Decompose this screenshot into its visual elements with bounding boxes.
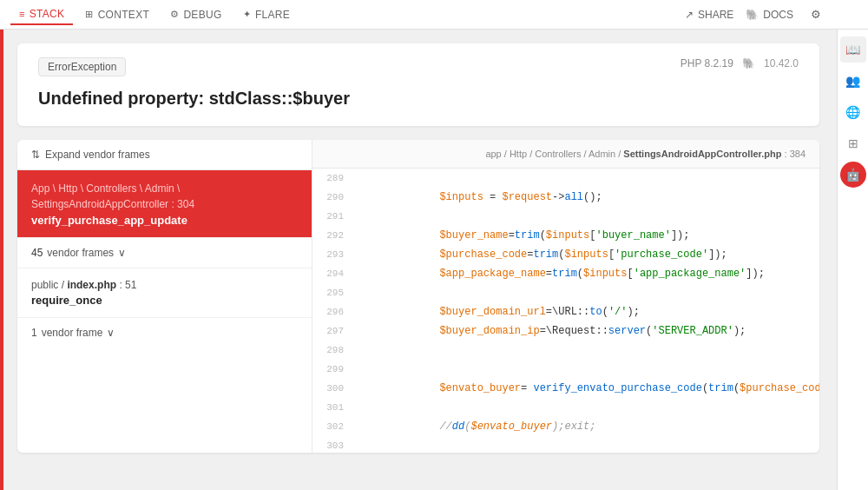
left-panel: ⇅ Expand vendor frames App \ Http \ Cont…	[17, 140, 312, 453]
nav-right: ↗ SHARE 🐘 DOCS ⚙	[685, 4, 826, 25]
vendor-count-1: 45	[31, 247, 43, 259]
simple-frame-item[interactable]: public / index.php : 51 require_once	[17, 268, 312, 318]
vendor-count-2: 1	[31, 327, 37, 339]
docs-button[interactable]: 🐘 DOCS	[746, 9, 793, 21]
line-code	[351, 169, 819, 188]
tab-debug[interactable]: ⚙ DEBUG	[161, 5, 231, 24]
code-line: 299	[312, 360, 819, 379]
grid-icon: ⊞	[848, 136, 858, 150]
line-number: 295	[312, 283, 351, 302]
code-line: 291	[312, 207, 819, 226]
code-view[interactable]: 289290 $inputs = $request->all();291292 …	[312, 169, 819, 453]
line-number: 300	[312, 379, 351, 398]
line-number: 302	[312, 417, 351, 436]
line-number: 294	[312, 264, 351, 283]
file-name: index.php	[67, 279, 116, 291]
line-code	[351, 360, 819, 379]
code-line: 293 $purchase_code=trim($inputs['purchas…	[312, 245, 819, 264]
error-card: ErrorException Undefined property: stdCl…	[17, 43, 819, 126]
share-icon: ↗	[685, 9, 694, 21]
line-number: 296	[312, 302, 351, 321]
frame-method: verify_purchase_app_update	[31, 214, 298, 227]
frame-class: App \ Http \ Controllers \ Admin \ Setti…	[31, 181, 298, 212]
frame-line-badge: SettingsAndroidAppController : 304	[31, 198, 194, 210]
line-number: 291	[312, 207, 351, 226]
code-line: 302 //dd($envato_buyer);exit;	[312, 417, 819, 436]
settings-button[interactable]: ⚙	[806, 4, 826, 25]
docs-label: DOCS	[763, 9, 793, 21]
sidebar-people-button[interactable]: 👥	[840, 68, 866, 94]
expand-vendor-frames-button[interactable]: ⇅ Expand vendor frames	[17, 140, 312, 170]
error-badge: ErrorException	[38, 57, 126, 76]
right-panel: app / Http / Controllers / Admin / Setti…	[312, 140, 819, 453]
context-icon: ⊞	[85, 9, 93, 20]
vendor-frames-toggle-2[interactable]: 1 vendor frame ∨	[17, 318, 312, 348]
line-code: $buyer_domain_url=\URL::to('/');	[351, 302, 819, 321]
book-icon: 📖	[845, 43, 860, 56]
line-code: $purchase_code=trim($inputs['purchase_co…	[351, 245, 819, 264]
line-code: $envato_buyer= verify_envato_purchase_co…	[351, 379, 819, 398]
debug-icon: ⚙	[170, 9, 179, 20]
breadcrumb-file: SettingsAndroidAppController.php	[623, 149, 781, 159]
top-nav: ≡ STACK ⊞ CONTEXT ⚙ DEBUG ✦ FLARE ↗ SHAR…	[0, 0, 868, 30]
vendor-frames-toggle-1[interactable]: 45 vendor frames ∨	[17, 238, 312, 268]
tab-context[interactable]: ⊞ CONTEXT	[76, 5, 158, 24]
line-number: 293	[312, 245, 351, 264]
vendor-label-1: vendor frames	[47, 247, 114, 259]
frame-file: SettingsAndroidAppController	[31, 198, 168, 210]
tab-flare[interactable]: ✦ FLARE	[234, 5, 299, 24]
code-line: 295	[312, 283, 819, 302]
stack-icon: ≡	[19, 9, 25, 19]
chevron-down-icon-1: ∨	[118, 247, 126, 259]
code-line: 303	[312, 436, 819, 453]
file-prefix: public /	[31, 279, 64, 291]
tab-debug-label: DEBUG	[183, 9, 221, 21]
active-frame-item[interactable]: App \ Http \ Controllers \ Admin \ Setti…	[17, 170, 312, 238]
line-number: 303	[312, 436, 351, 453]
line-code: //dd($envato_buyer);exit;	[351, 417, 819, 436]
main-content: ErrorException Undefined property: stdCl…	[0, 30, 837, 490]
framework-version: 10.42.0	[764, 57, 799, 70]
line-number: 301	[312, 398, 351, 417]
code-line: 290 $inputs = $request->all();	[312, 188, 819, 207]
sidebar-book-button[interactable]: 📖	[840, 36, 866, 63]
line-code	[351, 283, 819, 302]
expand-icon: ⇅	[31, 149, 40, 161]
line-code: $buyer_domain_ip=\Request::server('SERVE…	[351, 321, 819, 341]
line-number: 290	[312, 188, 351, 207]
breadcrumb: app / Http / Controllers / Admin /	[485, 149, 621, 159]
tab-stack[interactable]: ≡ STACK	[10, 4, 73, 25]
line-number: 289	[312, 169, 351, 188]
tab-stack-label: STACK	[30, 8, 65, 20]
people-icon: 👥	[845, 74, 860, 88]
globe-icon: 🌐	[845, 105, 860, 119]
code-header: app / Http / Controllers / Admin / Setti…	[312, 140, 819, 169]
sidebar-grid-button[interactable]: ⊞	[840, 130, 866, 156]
code-line: 289	[312, 169, 819, 188]
share-button[interactable]: ↗ SHARE	[685, 9, 733, 21]
share-label: SHARE	[698, 9, 733, 21]
sidebar-robot-button[interactable]: 🤖	[840, 162, 866, 188]
robot-icon: 🤖	[845, 168, 860, 182]
breadcrumb-line: 384	[790, 149, 806, 159]
line-code: $inputs = $request->all();	[351, 188, 819, 207]
line-number: 299	[312, 360, 351, 379]
line-code	[351, 341, 819, 360]
right-sidebar: 📖 👥 🌐 ⊞ 🤖	[837, 30, 868, 490]
vendor-label-2: vendor frame	[42, 327, 103, 339]
line-number: 292	[312, 226, 351, 245]
file-line: 51	[125, 279, 136, 291]
left-accent	[0, 0, 3, 490]
line-code	[351, 398, 819, 417]
line-code	[351, 436, 819, 453]
gear-icon: ⚙	[811, 8, 821, 21]
chevron-down-icon-2: ∨	[107, 327, 115, 339]
line-code: $buyer_name=trim($inputs['buyer_name']);	[351, 226, 819, 245]
stack-area: ⇅ Expand vendor frames App \ Http \ Cont…	[17, 140, 819, 453]
error-title: Undefined property: stdClass::$buyer	[38, 89, 681, 109]
error-meta: PHP 8.2.19 🐘 10.42.0	[681, 57, 799, 70]
line-code	[351, 207, 819, 226]
sidebar-globe-button[interactable]: 🌐	[840, 99, 866, 125]
simple-frame-method: require_once	[31, 294, 298, 307]
line-code: $app_package_name=trim($inputs['app_pack…	[351, 264, 819, 283]
